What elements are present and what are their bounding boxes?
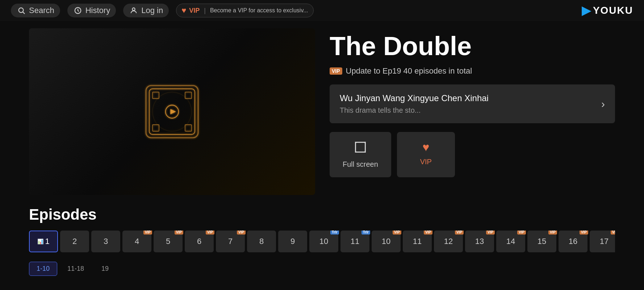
episode-item-4[interactable]: 4VIP	[122, 231, 151, 252]
episode-item-3[interactable]: 3	[91, 231, 120, 252]
range-btn-1-10[interactable]: 1-10	[29, 262, 57, 276]
show-thumbnail	[139, 79, 205, 144]
svg-rect-12	[152, 92, 159, 99]
login-label: Log in	[141, 6, 163, 15]
svg-marker-11	[171, 109, 176, 114]
cast-box[interactable]: Wu Jinyan Wang Xingyue Chen Xinhai This …	[330, 84, 615, 123]
episode-item-16[interactable]: 14VIP	[496, 231, 525, 252]
episode-item-8[interactable]: 8	[247, 231, 276, 252]
header: Search History Log in ♥ VIP | Become a V…	[0, 0, 644, 21]
episode-badge: VIP	[175, 231, 183, 235]
stats-icon: 📊	[37, 239, 43, 244]
episodes-row: 📊1234VIP5VIP6VIP7VIP8910Trlr11Trlr10VIP1…	[29, 231, 615, 256]
episode-badge: VIP	[206, 231, 214, 235]
video-player[interactable]	[29, 28, 315, 195]
search-icon	[17, 6, 26, 15]
bottom-scrollbar	[0, 287, 644, 290]
episode-item-13[interactable]: 11VIP	[403, 231, 432, 252]
cast-info: Wu Jinyan Wang Xingyue Chen Xinhai This …	[340, 93, 601, 115]
action-buttons: Full screen ♥ VIP	[330, 132, 615, 177]
show-update-row: VIP Update to Ep19 40 episodes in total	[330, 66, 615, 76]
episode-item-6[interactable]: 6VIP	[185, 231, 214, 252]
svg-rect-18	[355, 142, 365, 152]
episode-badge: VIP	[611, 231, 615, 235]
episode-item-1[interactable]: 📊1	[29, 231, 58, 252]
main-content: The Double VIP Update to Ep19 40 episode…	[0, 21, 644, 202]
episode-item-17[interactable]: 15VIP	[527, 231, 556, 252]
episode-item-15[interactable]: 13VIP	[465, 231, 494, 252]
update-text: Update to Ep19 40 episodes in total	[346, 66, 472, 76]
svg-point-0	[19, 8, 24, 13]
youku-arrow-icon: ▶	[582, 4, 591, 17]
episode-item-2[interactable]: 2	[60, 231, 89, 252]
episodes-section: Episodes 📊1234VIP5VIP6VIP7VIP8910Trlr11T…	[0, 202, 644, 287]
svg-point-3	[133, 8, 135, 11]
episode-item-12[interactable]: 10VIP	[372, 231, 401, 252]
cast-arrow-icon: ›	[601, 98, 605, 110]
episode-badge: VIP	[237, 231, 246, 235]
vip-banner[interactable]: ♥ VIP | Become a VIP for access to exclu…	[176, 4, 313, 17]
svg-rect-15	[185, 125, 192, 131]
fullscreen-icon	[354, 141, 367, 157]
user-icon	[129, 6, 138, 15]
episode-badge: VIP	[143, 231, 152, 235]
range-selector: 1-1011-1819	[29, 262, 615, 276]
episode-badge: VIP	[580, 231, 588, 235]
history-label: History	[85, 6, 110, 15]
svg-rect-14	[152, 125, 159, 131]
cast-description: This drama tells the sto...	[340, 106, 601, 115]
youku-logo-text: YOUKU	[593, 5, 633, 16]
history-icon	[73, 6, 83, 15]
episode-item-10[interactable]: 10Trlr	[309, 231, 338, 252]
range-btn-19[interactable]: 19	[94, 262, 116, 276]
vip-heart-icon: ♥	[181, 6, 186, 15]
episode-item-11[interactable]: 11Trlr	[340, 231, 369, 252]
vip-button[interactable]: ♥ VIP	[397, 132, 455, 177]
episode-badge: VIP	[517, 231, 526, 235]
episode-item-5[interactable]: 5VIP	[154, 231, 183, 252]
fullscreen-button[interactable]: Full screen	[330, 132, 391, 177]
show-title: The Double	[330, 32, 615, 61]
svg-rect-13	[185, 92, 192, 99]
show-info: The Double VIP Update to Ep19 40 episode…	[330, 28, 615, 177]
vip-promo-text: Become a VIP for access to exclusiv...	[210, 7, 308, 14]
episode-item-19[interactable]: 17VIP	[590, 231, 615, 252]
vip-update-badge: VIP	[330, 67, 342, 75]
episode-item-18[interactable]: 16VIP	[559, 231, 587, 252]
episode-badge: VIP	[424, 231, 432, 235]
search-label: Search	[29, 6, 54, 15]
episode-item-14[interactable]: 12VIP	[434, 231, 463, 252]
episode-badge: Trlr	[361, 231, 370, 235]
episode-badge: Trlr	[330, 231, 339, 235]
episodes-title: Episodes	[29, 206, 615, 223]
episode-item-9[interactable]: 9	[278, 231, 307, 252]
vip-icon: ♥	[422, 141, 429, 154]
episode-badge: VIP	[548, 231, 557, 235]
vip-label: VIP	[189, 7, 200, 14]
cast-names: Wu Jinyan Wang Xingyue Chen Xinhai	[340, 93, 601, 103]
youku-logo: ▶ YOUKU	[582, 4, 633, 17]
vip-button-label: VIP	[420, 158, 432, 166]
episode-badge: VIP	[486, 231, 495, 235]
range-btn-11-18[interactable]: 11-18	[60, 262, 91, 276]
fullscreen-label: Full screen	[343, 160, 378, 169]
svg-line-1	[23, 12, 25, 14]
episode-item-7[interactable]: 7VIP	[216, 231, 245, 252]
login-nav-item[interactable]: Log in	[123, 4, 169, 17]
search-nav-item[interactable]: Search	[11, 4, 60, 17]
episode-badge: VIP	[455, 231, 464, 235]
episode-badge: VIP	[393, 231, 401, 235]
history-nav-item[interactable]: History	[67, 4, 116, 17]
